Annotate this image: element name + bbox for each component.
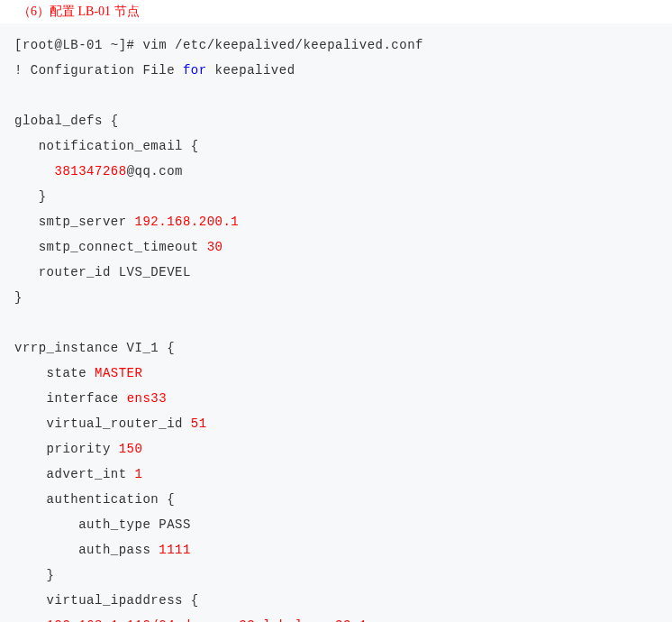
code-block: [root@LB-01 ~]# vim /etc/keepalived/keep… — [0, 23, 672, 622]
code-line: state MASTER — [14, 361, 658, 386]
text: smtp_server — [14, 215, 135, 229]
text: priority — [14, 442, 119, 456]
text: interface — [14, 391, 127, 406]
text: keepalived — [207, 63, 295, 78]
number: 30 — [207, 240, 223, 254]
code-line: notification_email { — [14, 133, 658, 159]
text: smtp_connect_timeout — [14, 240, 207, 254]
code-line: } — [14, 563, 658, 588]
text: state — [14, 366, 95, 380]
value-interface: ens33 — [127, 391, 168, 406]
number: 1111 — [159, 543, 191, 557]
blank-line — [14, 310, 658, 335]
code-line: global_defs { — [14, 108, 658, 133]
text: ! Configuration File — [14, 63, 183, 78]
text — [14, 164, 55, 178]
code-line: [root@LB-01 ~]# vim /etc/keepalived/keep… — [14, 32, 658, 58]
ip-address: 192.168.200.1 — [135, 215, 240, 229]
code-line: router_id LVS_DEVEL — [14, 260, 658, 285]
code-line: advert_int 1 — [14, 462, 658, 487]
section-header: （6）配置 LB-01 节点 — [0, 0, 672, 23]
number: 1 — [135, 467, 143, 481]
code-line: priority 150 — [14, 436, 658, 462]
code-line: virtual_router_id 51 — [14, 411, 658, 436]
number: 51 — [191, 416, 207, 431]
code-line: auth_type PASS — [14, 512, 658, 537]
text: auth_pass — [14, 543, 159, 557]
code-line: auth_pass 1111 — [14, 537, 658, 563]
code-line: vrrp_instance VI_1 { — [14, 335, 658, 361]
code-line: 381347268@qq.com — [14, 159, 658, 184]
value-master: MASTER — [95, 366, 142, 380]
code-line: } — [14, 184, 658, 209]
code-line: ! Configuration File for keepalived — [14, 58, 658, 83]
code-line: interface ens33 — [14, 386, 658, 411]
text: virtual_router_id — [14, 416, 191, 431]
text: advert_int — [14, 467, 135, 481]
code-line-highlight: 192.168.1.110/24 dev ens33 label ens33:1 — [14, 613, 658, 622]
code-line: virtual_ipaddress { — [14, 588, 658, 613]
text: @qq.com — [127, 164, 183, 178]
blank-line — [14, 83, 658, 108]
number: 150 — [119, 442, 143, 456]
keyword-for: for — [183, 63, 207, 78]
code-line: } — [14, 285, 658, 310]
email-number: 381347268 — [55, 164, 127, 178]
code-line: smtp_server 192.168.200.1 — [14, 209, 658, 234]
code-line: smtp_connect_timeout 30 — [14, 234, 658, 260]
code-line: authentication { — [14, 487, 658, 512]
